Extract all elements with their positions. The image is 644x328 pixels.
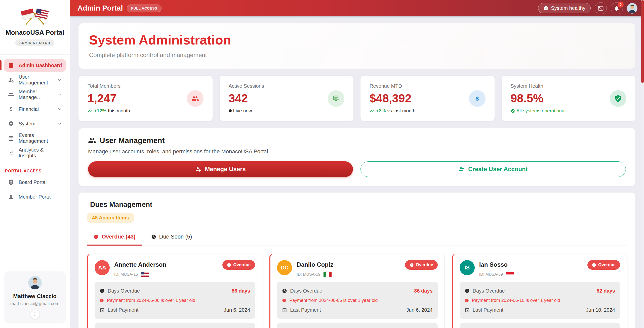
tab-due-soon[interactable]: Due Soon (5) [145,230,199,246]
monaco-flag-icon [506,272,514,277]
last-payment-label: Last Payment [473,307,503,313]
sidebar-item-label: Events Management [19,132,62,144]
user-menu-button[interactable] [30,310,39,319]
stat-card-system-health: System Health 98.5% All systems operatio… [502,76,636,121]
monitor-icon [332,95,340,102]
button-label: Create User Account [468,166,528,173]
action-items-badge: 48 Action Items [87,213,134,223]
sidebar-user-card: Matthew Ciaccio matt.ciaccio@gmail.com [4,271,66,323]
sidebar-item-member-portal[interactable]: Member Portal [4,191,66,203]
stat-trend: +12% [94,108,106,114]
trending-up-icon [88,108,93,113]
sidebar-item-label: Financial [19,106,39,112]
days-overdue-row: Days Overdue 86 days [100,286,250,296]
contact-box: danilo@copiz.com +33 06 95 35 35 65 [277,323,437,328]
stats-row: Total Members 1,247 +12% this month [78,76,635,121]
gear-icon [8,121,14,127]
portal-access-section: PORTAL ACCESS Board Portal Member Portal [4,165,66,205]
content-area: System Administration Complete platform … [70,16,644,328]
sidebar-item-admin-dashboard[interactable]: Admin Dashboard [4,59,66,72]
stat-icon-circle [328,90,344,107]
days-overdue-value: 82 days [597,288,615,294]
tab-overdue[interactable]: Overdue (43) [87,230,142,246]
calendar-icon [465,307,470,312]
stat-icon-circle [610,90,626,107]
status-label: Overdue [233,262,251,267]
manage-users-button[interactable]: Manage Users [88,161,353,177]
full-access-badge: FULL ACCESS [127,5,162,12]
days-overdue-row: Days Overdue 86 days [282,286,432,296]
sidebar-item-label: Member Manage… [19,89,53,100]
stat-note: +12% this month [88,108,130,114]
dashboard-icon [8,62,14,68]
stat-label: Total Members [88,83,130,89]
last-payment-label: Last Payment [108,307,138,313]
dues-management-panel: Dues Management 48 Action Items Overdue … [78,193,635,328]
stat-value: 98.5% [511,91,566,105]
last-payment-value: Jun 6, 2024 [224,307,250,313]
status-label: Overdue [598,262,616,267]
user-email: matt.ciaccio@gmail.com [8,301,62,306]
check-circle-icon [543,6,548,11]
payment-warning-text: Payment from 2024-06-10 is over 1 year o… [472,298,560,303]
contact-box: Jade@prestigebrand… +33 06 78 63 40 20 [460,323,620,328]
member-name: Annette Anderson [114,261,166,268]
member-id: ID: MUSA-69 [479,272,503,277]
last-payment-value: Jun 6, 2024 [406,307,433,313]
sidebar-item-user-management[interactable]: User Management [4,74,66,86]
us-flag-icon [141,272,149,277]
user-management-header: User Management [88,136,626,145]
user-management-panel: User Management Manage user accounts, ro… [78,128,635,186]
kebab-icon [33,312,37,316]
italy-flag-icon [324,272,332,277]
chevron-down-icon [57,107,62,112]
stat-icon-circle [469,90,486,107]
last-payment-label: Last Payment [290,307,321,313]
tab-label: Overdue (43) [102,233,136,240]
brand: MonacoUSA Portal ADMINISTRATOR [0,0,70,51]
button-label: Manage Users [205,166,246,173]
last-payment-row: Last Payment Jun 6, 2024 [282,305,432,315]
last-payment-value: Jun 10, 2024 [586,307,615,313]
tab-label: Due Soon (5) [159,233,192,240]
stat-note-text: Live now [233,108,252,114]
stat-value: $48,392 [370,91,416,105]
sidebar-item-label: User Management [19,74,53,86]
sidebar-item-analytics-insights[interactable]: Analytics & Insights [4,147,66,159]
payment-warning-text: Payment from 2024-06-06 is over 1 year o… [289,298,378,303]
sidebar-item-events-management[interactable]: Events Management [4,132,66,145]
error-icon [227,263,231,267]
notifications-button[interactable]: 0 [611,2,623,14]
member-card: DC Danilo Copiz ID: MUSA-19 Overdue [269,254,444,328]
crossed-flags-logo-icon [20,6,50,26]
member-id-row: ID: MUSA-69 [479,272,514,277]
sidebar-item-board-portal[interactable]: Board Portal [4,176,66,189]
status-label: Overdue [416,262,433,267]
status-badge: Overdue [222,260,255,270]
member-email-row: Jade@prestigebrand… [465,327,615,328]
page-subtitle: Complete platform control and management [89,52,625,59]
header-avatar[interactable] [627,3,637,14]
chevron-down-icon [57,121,62,126]
system-status-pill: System healthy [538,3,591,13]
sidebar-item-financial[interactable]: Financial [4,103,66,115]
user-avatar [28,276,42,290]
top-header: Admin Portal FULL ACCESS System healthy … [70,0,644,16]
member-card-grid: AA Annette Anderson ID: MUSA-16 Ove [87,254,627,328]
section-title: User Management [100,136,165,145]
days-overdue-value: 86 days [414,288,432,294]
sidebar-item-system[interactable]: System [4,117,66,130]
days-overdue-label: Days Overdue [473,288,505,294]
sidebar-item-member-management[interactable]: Member Manage… [4,88,66,101]
terminal-button[interactable] [595,2,607,14]
header-title: Admin Portal [77,4,123,12]
days-overdue-label: Days Overdue [290,288,322,294]
payment-warning-row: Payment from 2024-06-06 is over 1 year o… [100,296,250,305]
stat-icon-circle [187,90,204,107]
create-user-account-button[interactable]: Create User Account [360,161,626,177]
stat-note-text: vs last month [387,108,416,114]
scrollbar-thumb[interactable] [641,0,644,83]
sidebar-item-label: Member Portal [19,194,52,200]
user-management-actions: Manage Users Create User Account [88,161,626,177]
member-name: Danilo Copiz [297,261,333,268]
